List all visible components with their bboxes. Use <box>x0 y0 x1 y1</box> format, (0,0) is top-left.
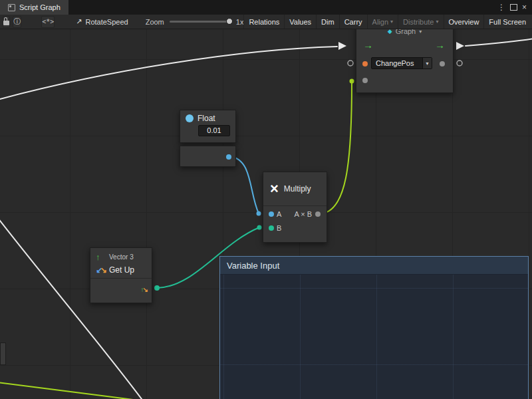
flow-in-port[interactable]: → <box>363 39 373 51</box>
lock-icon <box>3 21 9 25</box>
flow-out-port[interactable]: → <box>435 39 445 51</box>
wire-flow-out[interactable] <box>466 39 532 46</box>
vector3-node-body: ↑↘ <box>90 279 152 303</box>
multiply-node-title: Multiply <box>284 184 311 194</box>
lock-button[interactable] <box>3 16 10 28</box>
graph-asset-icon: ◆ <box>388 29 392 35</box>
dim-button[interactable]: Dim <box>316 15 339 29</box>
output-label: A × B <box>294 207 312 221</box>
unconnected-port-right[interactable] <box>457 61 462 66</box>
chevron-down-icon: ▾ <box>390 19 393 25</box>
vector3-axes-icon: ↙↘ <box>96 265 109 275</box>
window-controls: ⋮ × <box>497 0 532 15</box>
changepos-dropdown-value: ChangePos <box>372 58 422 68</box>
multiply-row-b: B <box>263 221 327 235</box>
maximize-icon[interactable] <box>510 4 517 11</box>
close-icon[interactable]: × <box>522 3 527 11</box>
toolbar-buttons: Relations Values Dim Carry Align ▾ Distr… <box>243 15 531 29</box>
wire-end-port[interactable] <box>257 225 262 230</box>
vector3-output-port[interactable]: ↑↘ <box>141 286 147 293</box>
variable-input-body <box>220 275 528 399</box>
fullscreen-button[interactable]: Full Screen <box>483 15 531 29</box>
variable-row: ChangePos ▼ <box>356 55 453 72</box>
changepos-node[interactable]: ◆ Graph ▾ → → ChangePos ▼ <box>356 29 454 93</box>
wire-lime-bottom[interactable] <box>0 382 144 399</box>
wire-end-port[interactable] <box>350 79 354 84</box>
relations-button[interactable]: Relations <box>243 15 284 29</box>
graph-field[interactable]: ◆ Graph ▾ <box>356 29 453 38</box>
variable-input-panel[interactable]: Variable Input <box>219 256 529 399</box>
wire-arrowhead-out-icon <box>456 42 464 50</box>
graph-ref-icon: ↗ <box>76 17 82 26</box>
dropdown-caret-icon: ▼ <box>422 58 432 68</box>
graph-canvas[interactable]: Variable Input Float 0.01 × Multiply <box>0 29 532 399</box>
unconnected-port-left[interactable] <box>348 61 353 66</box>
wire-start-port[interactable] <box>154 285 160 291</box>
value-input-port[interactable] <box>362 78 368 83</box>
port-a-label: A <box>277 207 281 221</box>
vector3-getup-node[interactable]: ↑ Vector 3 ↙↘ Get Up ↑↘ <box>90 247 152 303</box>
chevron-down-icon: ▾ <box>436 19 439 25</box>
offscreen-node-fragment[interactable] <box>0 342 6 365</box>
multiply-node-header: × Multiply <box>263 172 327 206</box>
changepos-dropdown[interactable]: ChangePos ▼ <box>371 57 432 69</box>
port-b-label: B <box>277 221 281 235</box>
tab-title: Script Graph <box>19 3 61 11</box>
info-button[interactable]: ⓘ <box>13 16 21 28</box>
code-view-button[interactable]: <*> <box>41 16 55 28</box>
wire-flow-in[interactable] <box>0 47 337 100</box>
float-node[interactable]: Float 0.01 <box>180 110 236 167</box>
vector3-up-icon: ↑ <box>96 252 109 262</box>
distribute-button[interactable]: Distribute ▾ <box>398 15 443 29</box>
titlebar: Script Graph ⋮ × <box>0 0 532 15</box>
overview-button[interactable]: Overview <box>444 15 484 29</box>
value-input-row <box>356 72 453 88</box>
flow-port-row: → → <box>356 38 453 55</box>
pane-menu-icon[interactable]: ⋮ <box>497 3 505 11</box>
input-port-b[interactable] <box>269 225 274 231</box>
float-node-title: Float <box>198 114 215 123</box>
carry-button[interactable]: Carry <box>339 15 367 29</box>
graph-toolbar: ⓘ <*> ↗ RotateSpeed Zoom 1x Relations Va… <box>0 15 532 29</box>
multiply-row-a: A A × B <box>263 207 327 221</box>
zoom-slider-handle[interactable] <box>226 18 233 25</box>
output-port-axb[interactable] <box>315 211 321 217</box>
float-value-input[interactable]: 0.01 <box>198 125 230 136</box>
float-output-port[interactable] <box>226 154 231 160</box>
vector3-type-label: Vector 3 <box>109 253 146 261</box>
code-icon: <*> <box>42 18 54 25</box>
variable-input-title: Variable Input <box>227 261 279 271</box>
float-node-header: Float 0.01 <box>180 110 236 143</box>
unity-script-graph-window: Script Graph ⋮ × ⓘ <*> ↗ RotateSpeed Zoo… <box>0 0 532 399</box>
info-icon: ⓘ <box>13 17 21 27</box>
zoom-control: Zoom 1x <box>146 18 244 26</box>
getup-node-title: Get Up <box>109 265 146 275</box>
chevron-down-icon: ▾ <box>419 29 422 35</box>
graph-breadcrumb[interactable]: ↗ RotateSpeed <box>76 17 128 26</box>
zoom-value: 1x <box>236 18 244 26</box>
zoom-slider[interactable] <box>170 21 231 23</box>
input-port-a[interactable] <box>269 211 274 217</box>
script-graph-icon <box>8 4 15 11</box>
wire-end-port[interactable] <box>257 211 261 216</box>
tab-script-graph[interactable]: Script Graph <box>0 0 68 15</box>
multiply-icon: × <box>270 182 279 196</box>
variable-input-header[interactable]: Variable Input <box>220 257 528 275</box>
vector3-node-header: ↑ Vector 3 ↙↘ Get Up <box>90 248 152 279</box>
zoom-label: Zoom <box>146 18 164 26</box>
float-type-icon <box>186 114 194 122</box>
graph-field-label: Graph <box>396 29 416 35</box>
wire-white-diagonal[interactable] <box>0 218 144 399</box>
variable-output-port[interactable] <box>440 61 445 66</box>
multiply-node[interactable]: × Multiply A A × B B <box>263 172 327 243</box>
values-button[interactable]: Values <box>284 15 316 29</box>
variable-name-port[interactable] <box>362 61 368 66</box>
graph-name: RotateSpeed <box>85 18 128 26</box>
wire-arrowhead-in-icon <box>338 42 346 50</box>
align-button[interactable]: Align ▾ <box>367 15 398 29</box>
float-node-body <box>180 146 236 167</box>
